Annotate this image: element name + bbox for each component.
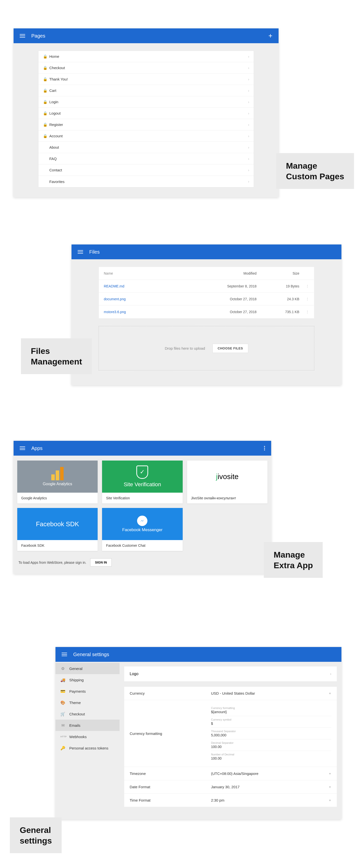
nav-item-general[interactable]: ⚙General bbox=[56, 663, 119, 674]
nav-item-shipping[interactable]: 🚚Shipping bbox=[56, 674, 119, 685]
file-more-icon[interactable]: ⋮ bbox=[299, 310, 309, 314]
drop-zone[interactable]: Drop files here to upload CHOOSE FILES bbox=[99, 326, 314, 370]
more-icon[interactable] bbox=[264, 446, 265, 451]
analytics-icon: Google Analytics bbox=[17, 461, 98, 493]
currency-formatting-block: Currency formatting Currency formatting$… bbox=[124, 700, 337, 767]
menu-icon[interactable] bbox=[20, 446, 25, 450]
currency-format-item[interactable]: Currency formatting${amount} bbox=[211, 705, 331, 716]
menu-icon[interactable] bbox=[62, 653, 67, 656]
col-modified: Modified bbox=[196, 271, 257, 275]
add-page-button[interactable]: + bbox=[269, 32, 273, 39]
page-name: Checkout bbox=[49, 66, 248, 70]
app-card-facebook-sdk[interactable]: Facebook SDK Facebook SDK bbox=[17, 508, 98, 551]
cf-mini-label: Currency formatting bbox=[211, 707, 331, 710]
page-name: Thank You! bbox=[49, 77, 248, 81]
chevron-right-icon: › bbox=[248, 55, 249, 59]
cf-value: 100.00 bbox=[211, 756, 331, 760]
nav-label: Webhooks bbox=[69, 735, 87, 739]
file-size: 24.3 KB bbox=[257, 297, 299, 301]
menu-icon[interactable] bbox=[20, 34, 25, 37]
dropdown-icon: ▼ bbox=[329, 692, 331, 695]
page-row[interactable]: FAQ› bbox=[38, 153, 254, 164]
choose-files-button[interactable]: CHOOSE FILES bbox=[213, 344, 248, 353]
file-more-icon[interactable]: ⋮ bbox=[299, 297, 309, 301]
pages-title: Pages bbox=[31, 33, 269, 39]
page-row[interactable]: 🔒Thank You!› bbox=[38, 73, 254, 85]
nav-label: Shipping bbox=[69, 678, 83, 682]
currency-format-item[interactable]: Thousand Separator5,000,000 bbox=[211, 728, 331, 739]
currency-format-item[interactable]: Decimal Separator100.00 bbox=[211, 739, 331, 751]
nav-item-emails[interactable]: ✉Emails bbox=[56, 720, 119, 731]
label-files: FilesManagement bbox=[21, 338, 92, 374]
files-header: Files bbox=[71, 245, 342, 259]
page-row[interactable]: 🔒Register› bbox=[38, 119, 254, 130]
currency-format-item[interactable]: Number of Decimal100.00 bbox=[211, 751, 331, 762]
settings-panel: General settings ⚙General🚚Shipping💳Payme… bbox=[56, 647, 342, 819]
page-row[interactable]: Favorites› bbox=[38, 176, 254, 187]
dropdown-icon: ▼ bbox=[329, 772, 331, 775]
page-row[interactable]: 🔒Home› bbox=[38, 51, 254, 62]
app-card-google-analytics[interactable]: Google Analytics Google Analytics bbox=[17, 461, 98, 503]
app-card-site-verification[interactable]: Site Verification Site Verification bbox=[102, 461, 182, 503]
lock-icon: 🔒 bbox=[43, 88, 49, 93]
timezone-field[interactable]: Timezone (UTC+08:00) Asia/Singapore ▼ bbox=[124, 767, 337, 780]
settings-sidebar: ⚙General🚚Shipping💳Payments🎨Theme🛒Checkou… bbox=[56, 662, 119, 819]
cf-mini-label: Thousand Separator bbox=[211, 730, 331, 733]
signin-button[interactable]: SIGN IN bbox=[90, 558, 111, 566]
jivosite-logo: jivosite bbox=[187, 461, 268, 493]
cf-value: ${amount} bbox=[211, 710, 331, 714]
page-row[interactable]: 🔒Checkout› bbox=[38, 62, 254, 73]
col-name: Name bbox=[104, 271, 196, 275]
chevron-right-icon: › bbox=[248, 146, 249, 149]
shield-icon: Site Verification bbox=[102, 461, 182, 493]
dateformat-field[interactable]: Date Format January 30, 2017 ▼ bbox=[124, 780, 337, 794]
facebook-sdk-icon: Facebook SDK bbox=[17, 508, 98, 540]
page-row[interactable]: 🔒Logout› bbox=[38, 108, 254, 119]
file-name-link[interactable]: mstore3.6.png bbox=[104, 310, 196, 314]
logo-row[interactable]: Logo › bbox=[124, 666, 337, 681]
col-size: Size bbox=[257, 271, 299, 275]
file-name-link[interactable]: document.png bbox=[104, 297, 196, 301]
app-card-facebook-messenger[interactable]: Facebook Messenger Facebook Customer Cha… bbox=[102, 508, 182, 551]
nav-item-theme[interactable]: 🎨Theme bbox=[56, 697, 119, 708]
page-row[interactable]: 🔒Login› bbox=[38, 96, 254, 108]
nav-item-tokens[interactable]: 🔑Personal access tokens bbox=[56, 742, 119, 754]
file-row: mstore3.6.pngOctober 27, 2018735.1 KB⋮ bbox=[99, 306, 314, 318]
timeformat-field[interactable]: Time Format 2:30 pm ▼ bbox=[124, 794, 337, 807]
apps-grid: Google Analytics Google Analytics Site V… bbox=[13, 456, 271, 553]
lock-icon: 🔒 bbox=[43, 77, 49, 82]
signin-text: To load Apps from WebStore, please sign … bbox=[19, 561, 86, 564]
page-name: Account bbox=[49, 134, 248, 138]
page-name: Register bbox=[49, 122, 248, 127]
menu-icon[interactable] bbox=[78, 250, 83, 254]
lock-icon: 🔒 bbox=[43, 134, 49, 138]
file-name-link[interactable]: README.md bbox=[104, 284, 196, 288]
file-size: 735.1 KB bbox=[257, 310, 299, 314]
file-row: README.mdSeptember 8, 201819 Bytes⋮ bbox=[99, 280, 314, 292]
app-caption: Google Analytics bbox=[17, 493, 98, 503]
app-card-jivosite[interactable]: jivosite JivoSite онлайн-консультант bbox=[187, 461, 268, 503]
drop-text: Drop files here to upload bbox=[165, 346, 205, 350]
chevron-right-icon: › bbox=[248, 123, 249, 127]
currency-field[interactable]: Currency USD - United States Dollar ▼ bbox=[124, 687, 337, 700]
nav-label: General bbox=[69, 666, 82, 671]
lock-icon: 🔒 bbox=[43, 111, 49, 116]
general-icon: ⚙ bbox=[60, 666, 65, 671]
page-name: About bbox=[49, 145, 248, 149]
page-row[interactable]: About› bbox=[38, 142, 254, 153]
file-more-icon[interactable]: ⋮ bbox=[299, 284, 309, 288]
app-caption: Site Verification bbox=[102, 493, 182, 503]
pages-list: 🔒Home›🔒Checkout›🔒Thank You!›🔒Cart›🔒Login… bbox=[38, 51, 254, 187]
page-row[interactable]: Contact› bbox=[38, 164, 254, 176]
files-panel: Files Name Modified Size README.mdSeptem… bbox=[71, 245, 342, 385]
shipping-icon: 🚚 bbox=[60, 678, 65, 682]
nav-item-payments[interactable]: 💳Payments bbox=[56, 685, 119, 697]
page-row[interactable]: 🔒Cart› bbox=[38, 85, 254, 96]
checkout-icon: 🛒 bbox=[60, 712, 65, 716]
nav-item-checkout[interactable]: 🛒Checkout bbox=[56, 708, 119, 720]
nav-item-webhooks[interactable]: HTTPWebhooks bbox=[56, 731, 119, 742]
page-name: FAQ bbox=[49, 157, 248, 161]
page-row[interactable]: 🔒Account› bbox=[38, 130, 254, 142]
currency-format-item[interactable]: Currency symbol$ bbox=[211, 716, 331, 728]
page-name: Home bbox=[49, 54, 248, 59]
